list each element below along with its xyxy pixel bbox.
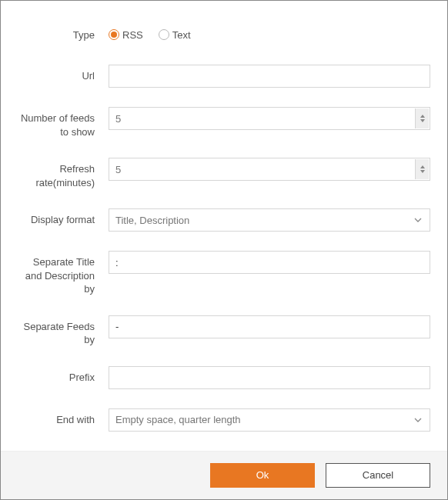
separate-feeds-input[interactable]: - — [109, 315, 430, 338]
label-display-format: Display format — [15, 208, 109, 227]
radio-dot-icon — [111, 32, 117, 38]
chevron-up-icon — [420, 165, 425, 168]
radio-label-text: Text — [172, 29, 191, 41]
radio-type-text[interactable]: Text — [159, 29, 191, 41]
field-prefix — [109, 366, 430, 389]
type-radio-group: RSS Text — [109, 29, 191, 41]
chevron-up-icon — [420, 115, 425, 118]
refresh-rate-stepper[interactable]: 5 — [109, 158, 430, 181]
field-type: RSS Text — [109, 24, 430, 45]
radio-circle-icon — [109, 29, 119, 40]
num-feeds-stepper[interactable]: 5 — [109, 107, 430, 130]
chevron-down-icon — [414, 418, 422, 422]
chevron-down-icon — [420, 119, 425, 122]
label-refresh-rate: Refresh rate(minutes) — [15, 158, 109, 189]
dialog-button-bar: Ok Cancel — [1, 451, 447, 499]
refresh-rate-value: 5 — [115, 164, 121, 175]
row-display-format: Display format Title, Description — [15, 208, 430, 232]
label-end-with: End with — [15, 408, 109, 427]
ok-button[interactable]: Ok — [210, 463, 315, 488]
separate-title-desc-input[interactable]: : — [109, 251, 430, 274]
row-num-feeds: Number of feeds to show 5 — [15, 107, 430, 138]
field-end-with: Empty space, quarter length — [109, 408, 430, 432]
label-num-feeds: Number of feeds to show — [15, 107, 109, 138]
radio-label-rss: RSS — [122, 29, 143, 41]
field-url — [109, 65, 430, 88]
display-format-value: Title, Description — [115, 215, 189, 226]
row-prefix: Prefix — [15, 366, 430, 389]
row-refresh-rate: Refresh rate(minutes) 5 — [15, 158, 430, 189]
row-end-with: End with Empty space, quarter length — [15, 408, 430, 432]
settings-form: Type RSS Text Url Number of feeds to — [1, 1, 447, 451]
end-with-select[interactable]: Empty space, quarter length — [109, 408, 430, 432]
prefix-input[interactable] — [109, 366, 430, 389]
field-refresh-rate: 5 — [109, 158, 430, 181]
label-url: Url — [15, 65, 109, 83]
label-prefix: Prefix — [15, 366, 109, 385]
row-type: Type RSS Text — [15, 24, 430, 45]
field-num-feeds: 5 — [109, 107, 430, 130]
spin-buttons-icon[interactable] — [415, 159, 429, 179]
field-display-format: Title, Description — [109, 208, 430, 232]
url-input[interactable] — [109, 65, 430, 88]
cancel-button-label: Cancel — [363, 469, 393, 481]
display-format-select[interactable]: Title, Description — [109, 208, 430, 232]
separate-feeds-value: - — [115, 321, 119, 332]
end-with-value: Empty space, quarter length — [115, 414, 241, 425]
num-feeds-value: 5 — [115, 113, 121, 125]
separate-title-desc-value: : — [115, 257, 119, 268]
cancel-button[interactable]: Cancel — [326, 463, 430, 488]
spin-buttons-icon[interactable] — [415, 108, 429, 128]
field-separate-title-desc: : — [109, 251, 430, 274]
radio-type-rss[interactable]: RSS — [109, 29, 143, 41]
row-url: Url — [15, 65, 430, 88]
chevron-down-icon — [420, 170, 425, 173]
radio-circle-icon — [159, 29, 169, 40]
chevron-down-icon — [414, 218, 422, 222]
row-separate-title-desc: Separate Title and Description by : — [15, 251, 430, 296]
label-type: Type — [15, 24, 109, 42]
ok-button-label: Ok — [256, 469, 269, 481]
field-separate-feeds: - — [109, 315, 430, 338]
row-separate-feeds: Separate Feeds by - — [15, 315, 430, 347]
label-separate-feeds: Separate Feeds by — [15, 315, 109, 347]
label-separate-title-desc: Separate Title and Description by — [15, 251, 109, 296]
